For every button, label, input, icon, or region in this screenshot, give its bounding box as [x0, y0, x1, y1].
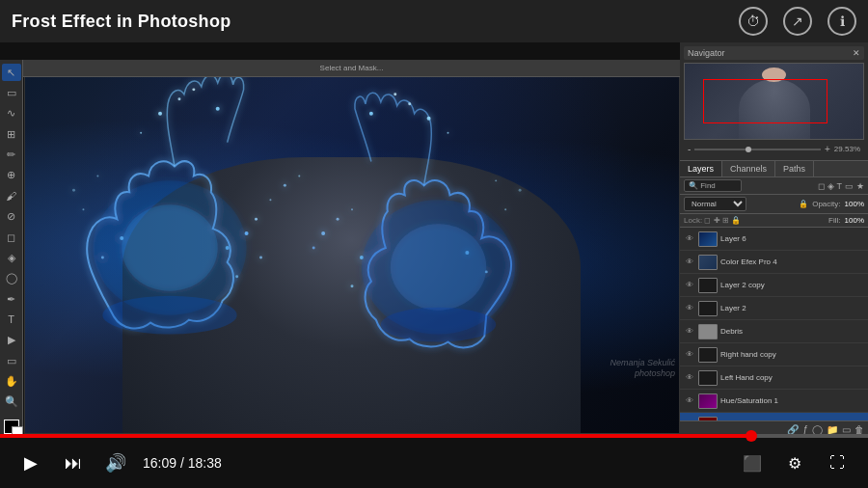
layer-row[interactable]: 👁 Hue/Saturation 1	[680, 390, 868, 413]
layer-filter-adj[interactable]: ◈	[827, 181, 834, 191]
layers-filter-input[interactable]: 🔍 Find	[684, 179, 742, 192]
svg-point-3	[215, 106, 219, 110]
blend-mode-select[interactable]: Normal	[684, 197, 746, 211]
tool-lasso[interactable]: ∿	[2, 105, 21, 122]
video-frame[interactable]	[24, 65, 680, 434]
layer-row[interactable]: 👁 Right hand copy	[680, 343, 868, 366]
layer-thumbnail	[698, 255, 718, 270]
svg-point-4	[192, 88, 195, 91]
svg-point-33	[351, 208, 353, 210]
settings-button[interactable]: ⚙	[779, 447, 810, 478]
svg-point-20	[426, 116, 430, 120]
layer-row-selected[interactable]: 👁 Right Hand	[680, 413, 868, 420]
svg-point-21	[408, 102, 411, 105]
layer-visibility-icon[interactable]: 👁	[684, 395, 695, 407]
tool-select-rect[interactable]: ▭	[2, 84, 21, 101]
toolbar-center-label: Select and Mask...	[320, 64, 384, 72]
layer-filter-type[interactable]: T	[837, 181, 843, 191]
layer-visibility-icon[interactable]: 👁	[684, 372, 695, 384]
svg-point-37	[495, 179, 497, 181]
tool-hand[interactable]: ✋	[2, 372, 21, 390]
subtitles-button[interactable]: ⬛	[737, 447, 768, 478]
tool-brush[interactable]: 🖌	[2, 187, 21, 204]
zoom-out-icon[interactable]: -	[688, 144, 691, 154]
zoom-in-icon[interactable]: +	[825, 144, 830, 154]
navigator-tab-label: Navigator	[688, 48, 725, 58]
layer-row[interactable]: 👁 Layer 2	[680, 297, 868, 320]
layer-visibility-icon[interactable]: 👁	[684, 349, 695, 361]
layer-thumbnail	[698, 278, 718, 293]
layer-visibility-icon[interactable]: 👁	[684, 280, 695, 291]
tool-text[interactable]: T	[2, 311, 21, 328]
clock-button[interactable]: ⏱	[739, 7, 768, 36]
fullscreen-button[interactable]: ⛶	[822, 447, 853, 478]
svg-point-31	[321, 231, 325, 235]
layer-name: Right hand copy	[720, 350, 864, 359]
svg-point-11	[255, 217, 258, 220]
tool-spot-heal[interactable]: ⊕	[2, 167, 21, 184]
layer-filter-pixel[interactable]: ◻	[818, 181, 825, 191]
svg-point-0	[158, 111, 162, 115]
layer-filter-smart[interactable]: ★	[856, 181, 864, 191]
play-button[interactable]: ▶	[15, 447, 46, 478]
svg-point-38	[102, 295, 236, 334]
tab-paths[interactable]: Paths	[775, 161, 814, 176]
layer-visibility-icon[interactable]: 👁	[684, 233, 695, 245]
svg-point-34	[312, 246, 314, 249]
svg-point-18	[72, 188, 75, 191]
layer-row[interactable]: 👁 Left Hand copy	[680, 366, 868, 390]
svg-point-16	[259, 256, 262, 258]
progress-thumb[interactable]	[746, 430, 757, 442]
svg-point-36	[518, 188, 521, 191]
info-button[interactable]: ℹ	[827, 7, 856, 36]
tool-path-select[interactable]: ▶	[2, 332, 21, 349]
tool-move[interactable]: ↖	[2, 64, 21, 81]
layer-row[interactable]: 👁 Layer 2 copy	[680, 274, 868, 297]
progress-wrapper[interactable]	[0, 434, 868, 438]
layer-visibility-icon[interactable]: 👁	[684, 257, 695, 268]
layer-row[interactable]: 👁 Debris	[680, 320, 868, 343]
layer-row[interactable]: 👁 Layer 6	[680, 228, 868, 251]
tab-layers[interactable]: Layers	[680, 161, 722, 176]
volume-button[interactable]: 🔊	[100, 447, 131, 478]
watermark-name: Nemanja Sekulić	[610, 358, 675, 369]
layer-filter-shape[interactable]: ▭	[845, 181, 854, 191]
share-icon: ↗	[792, 14, 803, 29]
watermark: Nemanja Sekulić photoshop	[610, 358, 675, 380]
tool-zoom[interactable]: 🔍	[2, 393, 21, 411]
layer-type-icons: ◻ ◈ T ▭ ★	[818, 181, 865, 191]
tool-dodge[interactable]: ◯	[2, 270, 21, 287]
filter-placeholder: Find	[700, 181, 716, 190]
tool-pen[interactable]: ✒	[2, 290, 21, 308]
blend-mode-row: Normal 🔒 Opacity: 100%	[680, 195, 868, 214]
skip-next-button[interactable]: ⏭	[58, 447, 89, 478]
layer-name: Debris	[720, 327, 864, 336]
ps-left-toolbar: ↖ ▭ ∿ ⊞ ✏ ⊕ 🖌 ⊘ ◻ ◈ ◯ ✒ T ▶ ▭ ✋ 🔍	[0, 60, 23, 438]
layer-visibility-icon[interactable]: 👁	[684, 303, 695, 314]
svg-point-28	[350, 285, 353, 287]
navigator-view-box	[703, 79, 828, 124]
info-icon: ℹ	[840, 14, 845, 29]
tool-gradient[interactable]: ◈	[2, 249, 21, 266]
watermark-site: photoshop	[610, 368, 675, 380]
tool-eyedropper[interactable]: ✏	[2, 146, 21, 163]
tab-channels[interactable]: Channels	[722, 161, 775, 176]
fill-row: Lock: ◻ ✚ ⊞ 🔒 Fill: 100%	[680, 214, 868, 228]
svg-point-17	[82, 208, 84, 210]
tool-shape[interactable]: ▭	[2, 352, 21, 369]
layers-panel: Layers Channels Paths 🔍 Find ◻ ◈ T ▭ ★	[680, 161, 868, 438]
share-button[interactable]: ↗	[783, 7, 812, 36]
tool-crop[interactable]: ⊞	[2, 125, 21, 143]
layer-thumbnail	[698, 370, 718, 386]
navigator-close-icon[interactable]: ✕	[853, 48, 860, 58]
layer-row[interactable]: 👁 Color Efex Pro 4	[680, 251, 868, 274]
tool-eraser[interactable]: ◻	[2, 229, 21, 246]
zoom-slider[interactable]	[694, 149, 821, 150]
fill-value: 100%	[845, 216, 864, 225]
layer-visibility-icon[interactable]: 👁	[684, 326, 695, 338]
subtitles-icon: ⬛	[743, 454, 762, 473]
foreground-color[interactable]	[4, 420, 19, 434]
fill-label: Fill:	[828, 216, 840, 225]
panel-tabs: Layers Channels Paths	[680, 161, 868, 177]
tool-stamp[interactable]: ⊘	[2, 208, 21, 226]
